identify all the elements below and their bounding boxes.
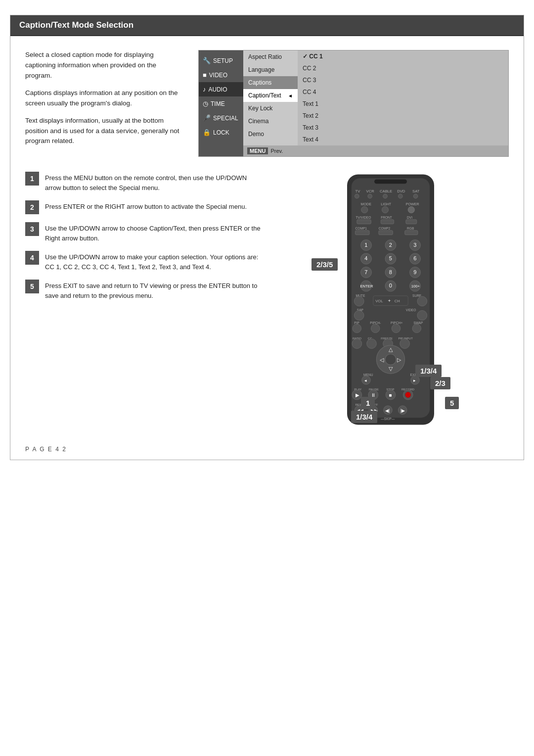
- remote-control-svg: TV VCR CABLE DVD SAT MODE LIGHT POWER: [336, 172, 445, 433]
- svg-text:COMP2: COMP2: [379, 227, 391, 230]
- svg-point-65: [354, 311, 364, 321]
- menu-key-lock[interactable]: Key Lock: [243, 102, 298, 115]
- intro-para1: Select a closed caption mode for display…: [25, 50, 183, 81]
- svg-text:0: 0: [389, 283, 392, 288]
- svg-text:3: 3: [413, 242, 416, 248]
- step-num-3: 3: [25, 222, 39, 236]
- caption-text-arrow: ◄: [288, 93, 293, 98]
- intro-para2: Captions displays information at any pos…: [25, 88, 183, 109]
- option-cc4[interactable]: CC 4: [298, 86, 508, 98]
- svg-text:100+: 100+: [411, 284, 420, 288]
- svg-text:1: 1: [364, 242, 367, 248]
- menu-cinema[interactable]: Cinema: [243, 115, 298, 128]
- svg-text:ENTER: ENTER: [360, 284, 373, 288]
- svg-rect-2: [374, 179, 407, 184]
- sidebar-label-audio: AUDIO: [209, 86, 227, 93]
- audio-icon: ♪: [203, 86, 206, 93]
- osd-middle-column: Aspect Ratio Language Captions Caption/T…: [243, 50, 298, 145]
- svg-point-16: [361, 206, 368, 213]
- menu-aspect-ratio[interactable]: Aspect Ratio: [243, 50, 298, 63]
- step-text-5: Press EXIT to save and return to TV view…: [45, 280, 263, 300]
- sidebar-item-audio[interactable]: ♪ AUDIO: [199, 82, 243, 96]
- setup-icon: 🔧: [203, 57, 211, 64]
- badge-134: 1/3/4: [415, 365, 442, 377]
- svg-text:|▶: |▶: [400, 408, 405, 413]
- svg-text:9: 9: [413, 269, 416, 275]
- svg-text:2: 2: [389, 242, 392, 248]
- step-num-1: 1: [25, 172, 39, 186]
- badge-23: 2/3: [430, 377, 450, 389]
- svg-point-80: [367, 339, 377, 349]
- svg-point-11: [398, 194, 402, 198]
- option-text4[interactable]: Text 4: [298, 134, 508, 145]
- svg-text:VIDEO: VIDEO: [406, 308, 416, 312]
- option-cc2[interactable]: CC 2: [298, 62, 508, 74]
- svg-text:MODE: MODE: [361, 202, 372, 206]
- svg-text:COMP1: COMP1: [356, 227, 367, 230]
- option-text1[interactable]: Text 1: [298, 98, 508, 110]
- svg-text:TV/VIDEO: TV/VIDEO: [356, 216, 371, 219]
- svg-text:LIGHT: LIGHT: [381, 202, 392, 206]
- sidebar-item-setup[interactable]: 🔧 SETUP: [199, 53, 243, 68]
- content-area: Select a closed caption mode for display…: [10, 36, 524, 167]
- badge-235: 2/3/5: [312, 258, 338, 271]
- svg-point-12: [413, 194, 418, 198]
- svg-text:◁: ◁: [380, 357, 384, 363]
- svg-point-79: [352, 339, 362, 349]
- option-text2[interactable]: Text 2: [298, 110, 508, 122]
- sidebar-label-video: VIDEO: [209, 72, 227, 79]
- svg-text:CABLE: CABLE: [380, 189, 392, 193]
- lock-icon: 🔒: [203, 129, 211, 136]
- video-icon: ■: [203, 71, 207, 79]
- sidebar-label-lock: LOCK: [213, 129, 229, 136]
- menu-caption-text[interactable]: Caption/Text ◄: [243, 89, 298, 102]
- svg-point-84: [385, 354, 396, 365]
- svg-text:▷: ▷: [397, 357, 401, 363]
- badge-134b: 1/3/4: [351, 411, 377, 423]
- page-header: Caption/Text Mode Selection: [10, 15, 524, 36]
- svg-rect-28: [356, 231, 370, 235]
- svg-text:VOL: VOL: [375, 299, 383, 303]
- svg-text:■: ■: [389, 392, 392, 398]
- page-container: Caption/Text Mode Selection Select a clo…: [10, 15, 524, 460]
- svg-text:8: 8: [389, 269, 392, 275]
- menu-demo[interactable]: Demo: [243, 128, 298, 141]
- svg-text:FF: FF: [374, 403, 378, 406]
- remote-wrapper: TV VCR CABLE DVD SAT MODE LIGHT POWER: [326, 172, 455, 429]
- svg-text:4: 4: [364, 255, 367, 261]
- page-number: P A G E 4 2: [25, 446, 67, 453]
- step-row-1: 1 Press the MENU button on the remote co…: [25, 172, 263, 192]
- sidebar-label-time: TIME: [211, 100, 225, 107]
- intro-para3: Text displays information, usually at th…: [25, 116, 183, 147]
- sidebar-item-video[interactable]: ■ VIDEO: [199, 68, 243, 82]
- svg-text:▸: ▸: [413, 378, 416, 383]
- option-cc1[interactable]: ✓ CC 1: [298, 50, 508, 62]
- svg-point-10: [383, 194, 388, 198]
- left-text: Select a closed caption mode for display…: [25, 50, 183, 153]
- sidebar-item-time[interactable]: ◷ TIME: [199, 96, 243, 111]
- step-num-4: 4: [25, 251, 39, 265]
- svg-text:DVD: DVD: [397, 189, 405, 193]
- page-footer: P A G E 4 2: [10, 439, 524, 460]
- badge-5: 5: [445, 397, 459, 409]
- svg-text:7: 7: [364, 269, 367, 275]
- menu-captions[interactable]: Captions: [243, 76, 298, 89]
- option-text3[interactable]: Text 3: [298, 122, 508, 134]
- svg-text:FRONT: FRONT: [381, 216, 392, 219]
- prev-label: Prev.: [270, 148, 283, 154]
- svg-point-58: [417, 296, 427, 306]
- sidebar-item-special[interactable]: 🎤 SPECIAL: [199, 111, 243, 125]
- sidebar-item-lock[interactable]: 🔒 LOCK: [199, 125, 243, 140]
- svg-point-9: [368, 194, 372, 198]
- svg-text:SAT: SAT: [412, 189, 420, 193]
- option-cc3[interactable]: CC 3: [298, 74, 508, 86]
- svg-rect-24: [406, 220, 417, 224]
- svg-point-71: [353, 324, 361, 333]
- svg-text:5: 5: [389, 255, 392, 261]
- menu-language[interactable]: Language: [243, 63, 298, 76]
- svg-rect-29: [379, 231, 393, 235]
- svg-point-74: [412, 324, 421, 333]
- step-row-2: 2 Press ENTER or the RIGHT arrow button …: [25, 200, 263, 214]
- step-text-4: Use the UP/DOWN arrow to make your capti…: [45, 251, 263, 272]
- step-text-3: Use the UP/DOWN arrow to choose Caption/…: [45, 222, 263, 243]
